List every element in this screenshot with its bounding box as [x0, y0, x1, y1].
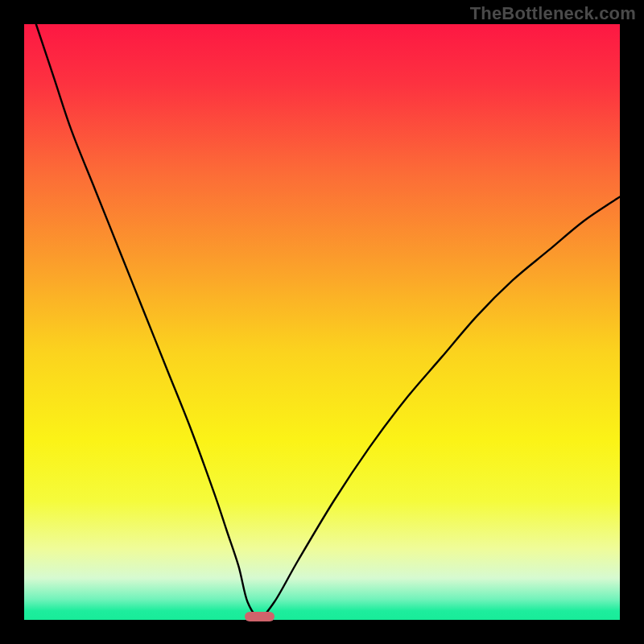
optimal-marker — [245, 612, 275, 621]
watermark-text: TheBottleneck.com — [470, 3, 636, 24]
bottleneck-curve — [36, 24, 620, 617]
chart-frame: TheBottleneck.com — [0, 0, 644, 644]
plot-area — [24, 24, 620, 620]
curve-layer — [24, 24, 620, 620]
